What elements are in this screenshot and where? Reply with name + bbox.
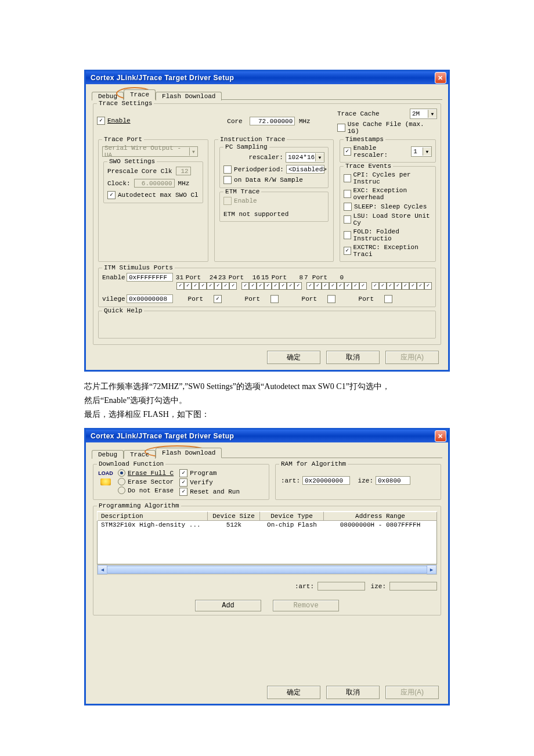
horizontal-scrollbar[interactable]: ◀ ▶ (97, 564, 437, 575)
add-button[interactable]: Add (195, 600, 261, 611)
group-trace-port: Trace Port Serial Wire Output - UA▼ SWO … (98, 139, 208, 262)
core-clk-input: 12 (176, 167, 191, 175)
legend: Trace Settings (97, 100, 154, 107)
itm-enable-input[interactable]: 0xFFFFFFFF (127, 273, 173, 282)
cancel-button[interactable]: 取消 (326, 351, 380, 364)
load-icon: LOAD (97, 469, 114, 487)
priv-port-15-8[interactable] (327, 295, 335, 303)
core-label: Core (227, 118, 242, 125)
itm-bits-15-8[interactable]: ✓✓✓✓✓✓✓✓ (306, 282, 367, 290)
close-icon[interactable]: ✕ (435, 72, 446, 84)
use-cache-file-checkbox[interactable]: Use Cache File (max. 1G) (337, 121, 437, 135)
event-exc[interactable]: EXC: Exception overhead (344, 187, 432, 201)
doc-annotation: 芯片工作频率选择“72MHZ”,”SW0 Settings”的选项“Autode… (84, 380, 450, 421)
remove-button: Remove (273, 600, 339, 611)
scroll-left-icon[interactable]: ◀ (98, 565, 107, 574)
autodetect-checkbox[interactable]: ✓ Autodetect max SWO Cl (107, 191, 199, 199)
group-pc-sampling: PC Sampling rescaler: 1024*16▼ Periodper… (219, 147, 329, 188)
priv-port-7-0[interactable] (384, 295, 392, 303)
cancel-button[interactable]: 取消 (326, 686, 380, 699)
ok-button[interactable]: 确定 (267, 686, 320, 699)
tab-trace[interactable]: Trace (124, 450, 156, 459)
swo-clock-input: 6.000000 (134, 179, 175, 188)
trace-port-select: Serial Wire Output - UA▼ (102, 146, 198, 157)
event-fold[interactable]: FOLD: Folded Instructio (344, 228, 432, 242)
check-verify[interactable]: ✓Verify (179, 478, 240, 487)
tab-flash-download[interactable]: Flash Download (156, 92, 222, 100)
titlebar[interactable]: Cortex JLink/JTrace Target Driver Setup … (86, 430, 448, 442)
dialog-flash: Cortex JLink/JTrace Target Driver Setup … (84, 428, 450, 705)
tab-trace[interactable]: Trace (124, 89, 156, 100)
algo-table[interactable]: STM32F10x High-density ... 512k On-chip … (97, 521, 437, 564)
algo-start-input (317, 582, 365, 591)
trace-cache-select[interactable]: 2M▼ (410, 109, 437, 119)
tab-flash-download[interactable]: Flash Download (156, 448, 222, 458)
tab-debug[interactable]: Debug (92, 92, 124, 100)
group-itm-ports: ITM Stimulus Ports Enable: 0xFFFFFFFF 31… (98, 268, 436, 307)
tabs: Debug Trace Flash Download (92, 89, 442, 99)
ram-start-input[interactable]: 0x20000000 (302, 476, 350, 485)
algo-table-header: Description Device Size Device Type Addr… (97, 511, 437, 521)
itm-bits-31-24[interactable]: ✓✓✓✓✓✓✓✓ (176, 282, 237, 290)
event-sleep[interactable]: SLEEP: Sleep Cycles (344, 203, 432, 211)
dialog-trace: Cortex JLink/JTrace Target Driver Setup … (84, 70, 450, 372)
group-timestamps: Timestamps ✓ Enable rescaler: 1▼ (340, 139, 436, 163)
algo-size-input (389, 582, 437, 591)
group-ram-algorithm: RAM for Algorithm :art: 0x20000000 ize: … (275, 464, 441, 500)
timestamps-rescaler-select[interactable]: 1▼ (411, 146, 432, 157)
group-download-function: Download Function LOAD Erase Full C Eras… (93, 464, 269, 500)
pc-rescaler-select[interactable]: 1024*16▼ (286, 152, 324, 163)
group-etm-trace: ETM Trace Enable ETM not supported (219, 192, 329, 222)
etm-note: ETM not supported (223, 211, 324, 218)
ram-size-input[interactable]: 0x0800 (376, 476, 410, 485)
radio-erase-full[interactable]: Erase Full C (118, 469, 174, 477)
radio-erase-sector[interactable]: Erase Sector (118, 478, 174, 485)
priv-port-31-24[interactable]: ✓ (214, 295, 222, 303)
core-input[interactable]: 72.000000 (250, 117, 295, 125)
group-swo-settings: SWO Settings Prescale Core Clk 12 Clock:… (103, 161, 203, 203)
tab-debug[interactable]: Debug (92, 450, 124, 459)
window-title: Cortex JLink/JTrace Target Driver Setup (91, 74, 234, 82)
itm-bits-7-0[interactable]: ✓✓✓✓✓✓✓✓ (371, 282, 432, 290)
titlebar[interactable]: Cortex JLink/JTrace Target Driver Setup … (86, 71, 448, 84)
trace-cache-label: Trace Cache (337, 110, 380, 117)
group-trace-events: Trace Events CPI: Cycles per Instruc EXC… (340, 166, 436, 262)
event-exctrc[interactable]: ✓EXCTRC: Exception Traci (344, 244, 432, 258)
event-lsu[interactable]: LSU: Load Store Unit Cy (344, 213, 432, 226)
period-checkbox[interactable]: Periodperiod: <Disabled> (223, 165, 324, 174)
group-instruction-trace: Instruction Trace PC Sampling rescaler: … (214, 139, 334, 262)
etm-enable-checkbox: Enable (223, 197, 324, 205)
period-input[interactable]: <Disabled> (286, 165, 324, 174)
itm-bits-23-16[interactable]: ✓✓✓✓✓✓✓✓ (241, 282, 302, 290)
group-programming-algorithm: Programming Algorithm Description Device… (93, 506, 441, 615)
ok-button[interactable]: 确定 (267, 351, 320, 364)
check-reset-run[interactable]: ✓Reset and Run (179, 488, 240, 496)
timestamps-enable-checkbox[interactable]: ✓ Enable rescaler: 1▼ (344, 145, 432, 159)
apply-button: 应用(A) (385, 686, 439, 699)
enable-checkbox[interactable]: ✓ Enable (97, 117, 200, 125)
table-row[interactable]: STM32F10x High-density ... 512k On-chip … (98, 521, 436, 529)
tabs: Debug Trace Flash Download (92, 447, 442, 458)
check-program[interactable]: ✓Program (179, 469, 240, 477)
radio-do-not-erase[interactable]: Do not Erase (118, 487, 174, 494)
window-title: Cortex JLink/JTrace Target Driver Setup (91, 432, 234, 440)
event-cpi[interactable]: CPI: Cycles per Instruc (344, 171, 432, 185)
itm-privilege-input[interactable]: 0x00000008 (127, 294, 173, 303)
priv-port-23-16[interactable] (270, 295, 279, 303)
scroll-right-icon[interactable]: ▶ (427, 565, 436, 574)
group-quick-help: Quick Help (98, 311, 436, 339)
group-trace-settings: Trace Settings ✓ Enable Core 72.000000 M… (93, 103, 441, 345)
on-data-rw-checkbox[interactable]: on Data R/W Sample (223, 176, 324, 184)
apply-button: 应用(A) (385, 351, 439, 364)
close-icon[interactable]: ✕ (435, 430, 446, 442)
